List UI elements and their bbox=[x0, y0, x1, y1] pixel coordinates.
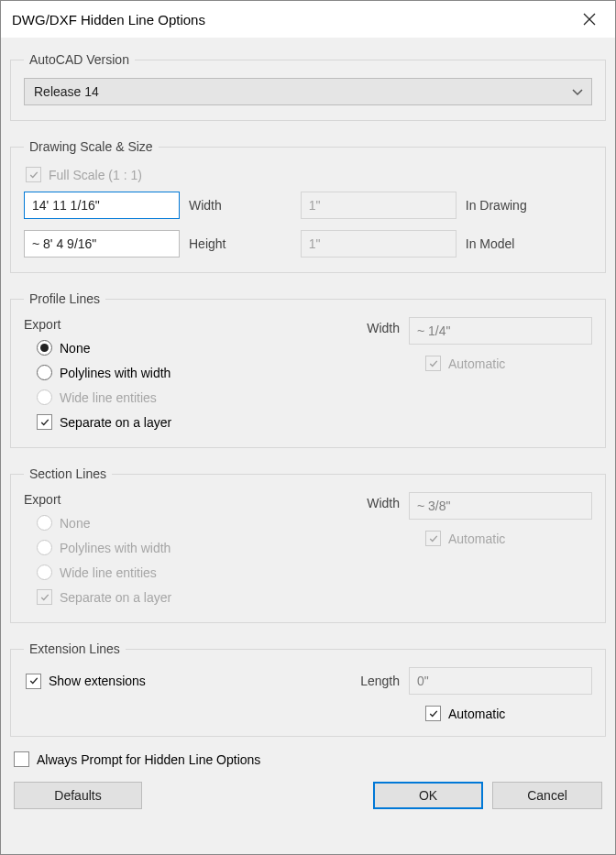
profile-separate-row[interactable]: Separate on a layer bbox=[24, 411, 332, 433]
section-lines-legend: Section Lines bbox=[24, 466, 112, 481]
drawing-scale-group: Drawing Scale & Size Full Scale (1 : 1) … bbox=[10, 139, 606, 273]
show-extensions-row[interactable]: Show extensions bbox=[24, 671, 332, 692]
close-icon bbox=[583, 13, 596, 26]
profile-poly-row[interactable]: Polylines with width bbox=[24, 362, 332, 383]
section-poly-row: Polylines with width bbox=[24, 537, 332, 558]
width-label: Width bbox=[189, 198, 292, 213]
profile-width-label: Width bbox=[341, 317, 400, 335]
extension-auto-checkbox[interactable] bbox=[425, 706, 441, 721]
autocad-version-legend: AutoCAD Version bbox=[24, 52, 135, 67]
section-poly-label: Polylines with width bbox=[60, 541, 170, 555]
always-prompt-row[interactable]: Always Prompt for Hidden Line Options bbox=[10, 750, 606, 769]
section-separate-checkbox bbox=[37, 589, 52, 605]
length-input bbox=[409, 667, 592, 695]
profile-separate-checkbox[interactable] bbox=[37, 414, 52, 430]
section-none-row: None bbox=[24, 512, 332, 533]
full-scale-row: Full Scale (1 : 1) bbox=[26, 167, 592, 182]
section-width-label: Width bbox=[341, 492, 400, 510]
section-lines-group: Section Lines Export None Polylines with… bbox=[10, 466, 606, 623]
defaults-button[interactable]: Defaults bbox=[14, 782, 142, 809]
section-width-input bbox=[409, 492, 592, 520]
window-title: DWG/DXF Hidden Line Options bbox=[12, 12, 205, 27]
profile-export-label: Export bbox=[24, 317, 332, 332]
profile-poly-label: Polylines with width bbox=[60, 366, 170, 380]
height-input[interactable] bbox=[24, 230, 180, 258]
dialog-content: AutoCAD Version Release 14 Drawing Scale… bbox=[1, 38, 615, 854]
autocad-version-group: AutoCAD Version Release 14 bbox=[10, 52, 606, 121]
profile-none-label: None bbox=[60, 341, 90, 356]
in-model-input bbox=[301, 230, 456, 258]
section-wide-radio bbox=[37, 565, 52, 580]
section-wide-row: Wide line entities bbox=[24, 562, 332, 583]
autocad-version-select[interactable]: Release 14 bbox=[24, 78, 592, 105]
in-model-label: In Model bbox=[466, 236, 592, 251]
always-prompt-checkbox[interactable] bbox=[14, 751, 29, 767]
section-auto-label: Automatic bbox=[448, 532, 505, 546]
button-row: Defaults OK Cancel bbox=[10, 782, 606, 809]
in-drawing-label: In Drawing bbox=[466, 198, 592, 213]
always-prompt-label: Always Prompt for Hidden Line Options bbox=[37, 752, 260, 767]
ok-button[interactable]: OK bbox=[373, 782, 483, 809]
section-separate-label: Separate on a layer bbox=[60, 590, 171, 605]
profile-none-radio[interactable] bbox=[37, 340, 52, 356]
show-extensions-checkbox[interactable] bbox=[26, 674, 41, 689]
length-label: Length bbox=[341, 674, 400, 688]
profile-lines-group: Profile Lines Export None Polylines with… bbox=[10, 291, 606, 448]
profile-separate-label: Separate on a layer bbox=[60, 415, 171, 430]
profile-width-input bbox=[409, 317, 592, 345]
show-extensions-label: Show extensions bbox=[49, 674, 146, 688]
extension-auto-label: Automatic bbox=[448, 707, 505, 721]
section-separate-row: Separate on a layer bbox=[24, 586, 332, 608]
section-auto-checkbox bbox=[425, 531, 441, 546]
profile-auto-label: Automatic bbox=[448, 356, 505, 371]
extension-lines-group: Extension Lines Show extensions Length A… bbox=[10, 641, 606, 737]
section-none-label: None bbox=[60, 516, 90, 531]
section-poly-radio bbox=[37, 540, 52, 555]
extension-lines-legend: Extension Lines bbox=[24, 641, 126, 656]
profile-none-row[interactable]: None bbox=[24, 337, 332, 358]
profile-wide-label: Wide line entities bbox=[60, 390, 157, 405]
drawing-scale-legend: Drawing Scale & Size bbox=[24, 139, 159, 154]
section-none-radio bbox=[37, 515, 52, 531]
cancel-button[interactable]: Cancel bbox=[492, 782, 602, 809]
full-scale-label: Full Scale (1 : 1) bbox=[49, 168, 142, 182]
width-input[interactable] bbox=[24, 192, 180, 219]
profile-poly-radio[interactable] bbox=[37, 365, 52, 380]
full-scale-checkbox bbox=[26, 167, 41, 182]
section-export-label: Export bbox=[24, 492, 332, 507]
profile-lines-legend: Profile Lines bbox=[24, 291, 105, 306]
height-label: Height bbox=[189, 236, 292, 251]
profile-wide-row: Wide line entities bbox=[24, 387, 332, 408]
close-button[interactable] bbox=[573, 3, 606, 36]
section-wide-label: Wide line entities bbox=[60, 565, 157, 580]
in-drawing-input bbox=[301, 192, 456, 219]
profile-wide-radio bbox=[37, 389, 52, 405]
title-bar: DWG/DXF Hidden Line Options bbox=[1, 1, 615, 38]
profile-auto-checkbox bbox=[425, 356, 441, 371]
